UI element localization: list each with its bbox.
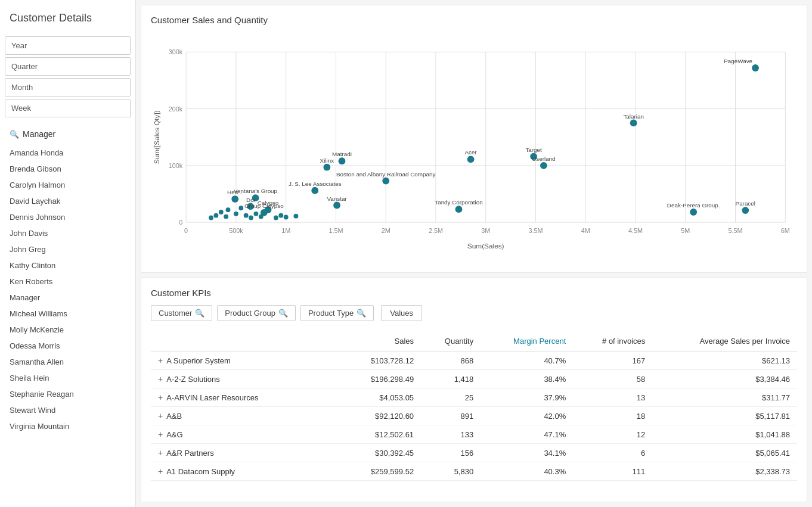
filter-year[interactable]: Year — [5, 36, 131, 55]
invoices-cell: 167 — [573, 352, 652, 370]
invoices-col-header: # of invoices — [573, 331, 652, 352]
svg-point-39 — [224, 214, 228, 219]
invoices-cell: 18 — [573, 407, 652, 425]
manager-item[interactable]: Kathy Clinton — [0, 257, 135, 273]
svg-point-51 — [752, 64, 759, 71]
svg-point-42 — [238, 206, 243, 210]
svg-point-75 — [742, 207, 749, 214]
manager-item[interactable]: Sheila Hein — [0, 370, 135, 386]
expand-icon[interactable]: + — [158, 356, 163, 365]
avg-sales-cell: $621.13 — [652, 352, 797, 370]
customer-cell: +A&R Partners — [151, 444, 342, 462]
manager-list-container[interactable]: Amanda HondaBrenda GibsonCarolyn HalmonD… — [0, 144, 135, 500]
margin-cell: 47.1% — [481, 425, 573, 444]
table-row: +A&R Partners $30,392.45 156 34.1% 6 $5,… — [151, 444, 797, 462]
values-button[interactable]: Values — [381, 305, 422, 321]
expand-icon[interactable]: + — [158, 411, 163, 421]
table-row: +A1 Datacom Supply $259,599.52 5,830 40.… — [151, 462, 797, 481]
manager-item[interactable]: Odessa Morris — [0, 338, 135, 354]
customer-cell: +A&G — [151, 425, 342, 444]
sales-cell: $259,599.52 — [342, 462, 421, 481]
manager-item[interactable]: Manager — [0, 290, 135, 306]
filter-week[interactable]: Week — [5, 99, 131, 117]
sales-cell: $196,298.49 — [342, 370, 421, 388]
expand-icon[interactable]: + — [158, 448, 163, 458]
svg-text:Paracel: Paracel — [736, 200, 755, 207]
table-header-row: Sales Quantity Margin Percent # of invoi… — [151, 331, 797, 352]
svg-point-48 — [278, 213, 283, 218]
manager-item[interactable]: Dennis Johnson — [0, 209, 135, 225]
svg-text:3.5M: 3.5M — [528, 227, 543, 234]
invoices-cell: 12 — [573, 425, 652, 444]
sidebar-title: Customer Details — [0, 7, 135, 34]
kpi-panel[interactable]: Customer KPIs Customer 🔍 Product Group 🔍… — [141, 278, 807, 502]
filter-month[interactable]: Month — [5, 78, 131, 97]
avg-sales-cell: $2,338.73 — [652, 462, 797, 481]
manager-item[interactable]: David Laychak — [0, 193, 135, 209]
table-row: +A Superior System $103,728.12 868 40.7%… — [151, 352, 797, 370]
kpi-table-body: +A Superior System $103,728.12 868 40.7%… — [151, 352, 797, 481]
manager-item[interactable]: Stephanie Reagan — [0, 386, 135, 402]
manager-list: Amanda HondaBrenda GibsonCarolyn HalmonD… — [0, 144, 135, 436]
manager-item[interactable]: Samantha Allen — [0, 354, 135, 370]
product-group-filter-label: Product Group — [225, 309, 275, 318]
manager-item[interactable]: Brenda Gibson — [0, 161, 135, 177]
manager-item[interactable]: Molly McKenzie — [0, 322, 135, 338]
svg-text:100k: 100k — [169, 162, 183, 169]
svg-text:Talarian: Talarian — [623, 113, 643, 120]
svg-text:Userland: Userland — [532, 155, 555, 162]
expand-icon[interactable]: + — [158, 374, 163, 384]
table-row: +A&B $92,120.60 891 42.0% 18 $5,117.81 — [151, 407, 797, 425]
svg-text:6M: 6M — [781, 227, 790, 234]
invoices-cell: 111 — [573, 462, 652, 481]
manager-item[interactable]: Stewart Wind — [0, 402, 135, 418]
margin-col-header: Margin Percent — [481, 331, 573, 352]
svg-point-36 — [213, 213, 218, 218]
svg-point-55 — [467, 155, 475, 163]
filter-quarter[interactable]: Quarter — [5, 57, 131, 76]
margin-cell: 40.7% — [481, 352, 573, 370]
svg-point-47 — [274, 216, 278, 220]
svg-point-73 — [690, 209, 697, 216]
svg-point-44 — [249, 216, 253, 220]
manager-item[interactable]: John Davis — [0, 225, 135, 241]
sales-cell: $103,728.12 — [342, 352, 421, 370]
product-group-filter-button[interactable]: Product Group 🔍 — [217, 305, 296, 321]
customer-filter-label: Customer — [159, 309, 192, 318]
customer-filter-button[interactable]: Customer 🔍 — [151, 305, 212, 321]
quantity-cell: 25 — [421, 388, 481, 407]
svg-point-40 — [226, 207, 231, 212]
customer-col-header — [151, 331, 342, 352]
manager-search-icon: 🔍 — [10, 130, 19, 139]
expand-icon[interactable]: + — [158, 393, 163, 402]
kpi-title: Customer KPIs — [151, 288, 797, 298]
quantity-cell: 891 — [421, 407, 481, 425]
svg-text:500k: 500k — [229, 227, 243, 234]
expand-icon[interactable]: + — [158, 466, 163, 476]
app-container: Customer Details YearQuarterMonthWeek 🔍 … — [0, 0, 812, 507]
sales-cell: $92,120.60 — [342, 407, 421, 425]
sidebar: Customer Details YearQuarterMonthWeek 🔍 … — [0, 0, 136, 507]
svg-text:0: 0 — [179, 219, 182, 226]
svg-point-37 — [219, 210, 224, 214]
manager-item[interactable]: Micheal Williams — [0, 306, 135, 322]
manager-section-label: 🔍 Manager — [0, 125, 135, 144]
svg-text:Deak-Perera Group.: Deak-Perera Group. — [667, 202, 720, 209]
manager-item[interactable]: Virginia Mountain — [0, 418, 135, 434]
svg-text:5M: 5M — [681, 227, 690, 234]
avg-sales-cell: $311.77 — [652, 388, 797, 407]
product-group-filter-icon: 🔍 — [278, 309, 288, 318]
expand-icon[interactable]: + — [158, 430, 163, 439]
filter-bar: Customer 🔍 Product Group 🔍 Product Type … — [151, 305, 797, 321]
manager-item[interactable]: Amanda Honda — [0, 145, 135, 161]
sales-cell: $12,502.61 — [342, 425, 421, 444]
sales-cell: $30,392.45 — [342, 444, 421, 462]
quantity-cell: 133 — [421, 425, 481, 444]
product-type-filter-button[interactable]: Product Type 🔍 — [300, 305, 374, 321]
manager-item[interactable]: John Greg — [0, 241, 135, 257]
manager-item[interactable]: Ken Roberts — [0, 273, 135, 290]
svg-text:Group Calypso: Group Calypso — [244, 203, 284, 209]
svg-text:5.5M: 5.5M — [728, 227, 742, 234]
quantity-cell: 5,830 — [421, 462, 481, 481]
manager-item[interactable]: Carolyn Halmon — [0, 177, 135, 193]
